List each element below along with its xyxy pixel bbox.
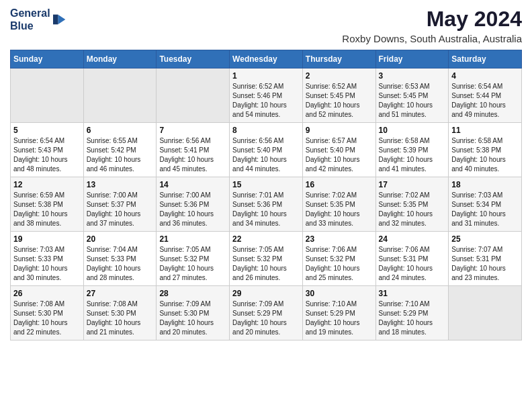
day-info: Sunrise: 7:02 AMSunset: 5:35 PMDaylight:… — [379, 191, 446, 228]
calendar-cell: 25Sunrise: 7:07 AMSunset: 5:31 PMDayligh… — [449, 232, 522, 286]
calendar-cell: 9Sunrise: 6:57 AMSunset: 5:40 PMDaylight… — [302, 123, 375, 177]
day-info: Sunrise: 7:01 AMSunset: 5:36 PMDaylight:… — [232, 191, 300, 228]
calendar-cell: 8Sunrise: 6:56 AMSunset: 5:40 PMDaylight… — [230, 123, 303, 177]
calendar-cell: 24Sunrise: 7:06 AMSunset: 5:31 PMDayligh… — [375, 232, 449, 286]
calendar-cell: 12Sunrise: 6:59 AMSunset: 5:38 PMDayligh… — [11, 177, 84, 232]
day-number: 3 — [379, 71, 446, 81]
day-number: 30 — [306, 289, 373, 298]
day-info: Sunrise: 6:53 AMSunset: 5:45 PMDaylight:… — [379, 82, 446, 120]
title-block: May 2024 Roxby Downs, South Australia, A… — [342, 7, 522, 44]
day-number: 27 — [87, 289, 154, 298]
day-number: 6 — [87, 126, 154, 135]
day-info: Sunrise: 7:00 AMSunset: 5:37 PMDaylight:… — [87, 191, 154, 228]
calendar-cell: 20Sunrise: 7:04 AMSunset: 5:33 PMDayligh… — [83, 232, 157, 286]
day-number: 20 — [87, 234, 154, 244]
day-header: Thursday — [302, 50, 375, 68]
calendar-cell: 7Sunrise: 6:56 AMSunset: 5:41 PMDaylight… — [157, 123, 230, 177]
calendar-cell: 31Sunrise: 7:10 AMSunset: 5:29 PMDayligh… — [375, 286, 449, 340]
page-header: General Blue May 2024 Roxby Downs, South… — [10, 7, 522, 44]
day-info: Sunrise: 6:56 AMSunset: 5:40 PMDaylight:… — [232, 136, 300, 174]
calendar-cell: 1Sunrise: 6:52 AMSunset: 5:46 PMDaylight… — [230, 68, 303, 123]
day-info: Sunrise: 7:07 AMSunset: 5:31 PMDaylight:… — [451, 245, 519, 283]
day-number: 1 — [232, 71, 300, 81]
calendar-cell: 10Sunrise: 6:58 AMSunset: 5:39 PMDayligh… — [375, 123, 449, 177]
day-info: Sunrise: 7:06 AMSunset: 5:31 PMDaylight:… — [379, 245, 446, 283]
day-number: 8 — [232, 126, 300, 135]
calendar-table: SundayMondayTuesdayWednesdayThursdayFrid… — [10, 50, 522, 340]
day-number: 22 — [232, 234, 300, 244]
calendar-cell: 22Sunrise: 7:05 AMSunset: 5:32 PMDayligh… — [230, 232, 303, 286]
day-info: Sunrise: 6:57 AMSunset: 5:40 PMDaylight:… — [306, 136, 373, 174]
day-number: 2 — [306, 71, 373, 81]
calendar-week: 1Sunrise: 6:52 AMSunset: 5:46 PMDaylight… — [11, 68, 522, 123]
day-number: 25 — [451, 234, 519, 244]
day-info: Sunrise: 7:10 AMSunset: 5:29 PMDaylight:… — [306, 300, 373, 337]
day-number: 28 — [159, 289, 226, 298]
day-info: Sunrise: 7:09 AMSunset: 5:29 PMDaylight:… — [232, 300, 300, 337]
day-info: Sunrise: 7:05 AMSunset: 5:32 PMDaylight:… — [159, 245, 226, 283]
calendar-week: 12Sunrise: 6:59 AMSunset: 5:38 PMDayligh… — [11, 177, 522, 232]
calendar-cell: 26Sunrise: 7:08 AMSunset: 5:30 PMDayligh… — [11, 286, 84, 340]
day-info: Sunrise: 6:54 AMSunset: 5:43 PMDaylight:… — [13, 136, 81, 174]
day-info: Sunrise: 7:00 AMSunset: 5:36 PMDaylight:… — [159, 191, 226, 228]
day-number: 29 — [232, 289, 300, 298]
calendar-cell: 27Sunrise: 7:08 AMSunset: 5:30 PMDayligh… — [83, 286, 157, 340]
day-number: 14 — [159, 180, 226, 189]
day-number: 24 — [379, 234, 446, 244]
logo: General Blue — [10, 7, 68, 32]
day-number: 26 — [13, 289, 81, 298]
day-info: Sunrise: 6:58 AMSunset: 5:38 PMDaylight:… — [451, 136, 519, 174]
calendar-cell — [83, 68, 157, 123]
day-number: 9 — [306, 126, 373, 135]
day-info: Sunrise: 7:10 AMSunset: 5:29 PMDaylight:… — [379, 300, 446, 337]
calendar-cell: 4Sunrise: 6:54 AMSunset: 5:44 PMDaylight… — [449, 68, 522, 123]
day-info: Sunrise: 6:56 AMSunset: 5:41 PMDaylight:… — [159, 136, 226, 174]
day-info: Sunrise: 6:59 AMSunset: 5:38 PMDaylight:… — [13, 191, 81, 228]
logo-line2: Blue — [10, 19, 50, 32]
day-number: 7 — [159, 126, 226, 135]
calendar-cell: 2Sunrise: 6:52 AMSunset: 5:45 PMDaylight… — [302, 68, 375, 123]
calendar-cell: 13Sunrise: 7:00 AMSunset: 5:37 PMDayligh… — [83, 177, 157, 232]
main-title: May 2024 — [342, 7, 522, 32]
day-info: Sunrise: 7:04 AMSunset: 5:33 PMDaylight:… — [87, 245, 154, 283]
logo-line1: General — [10, 7, 50, 19]
day-number: 17 — [379, 180, 446, 189]
svg-rect-1 — [53, 15, 58, 25]
day-info: Sunrise: 7:09 AMSunset: 5:30 PMDaylight:… — [159, 300, 226, 337]
day-header: Saturday — [449, 50, 522, 68]
subtitle: Roxby Downs, South Australia, Australia — [342, 33, 522, 44]
header-row: SundayMondayTuesdayWednesdayThursdayFrid… — [11, 50, 522, 68]
day-header: Wednesday — [230, 50, 303, 68]
calendar-cell: 28Sunrise: 7:09 AMSunset: 5:30 PMDayligh… — [157, 286, 230, 340]
calendar-week: 19Sunrise: 7:03 AMSunset: 5:33 PMDayligh… — [11, 232, 522, 286]
day-info: Sunrise: 7:03 AMSunset: 5:34 PMDaylight:… — [451, 191, 519, 228]
calendar-cell: 29Sunrise: 7:09 AMSunset: 5:29 PMDayligh… — [230, 286, 303, 340]
calendar-cell: 18Sunrise: 7:03 AMSunset: 5:34 PMDayligh… — [449, 177, 522, 232]
day-info: Sunrise: 6:54 AMSunset: 5:44 PMDaylight:… — [451, 82, 519, 120]
day-info: Sunrise: 7:02 AMSunset: 5:35 PMDaylight:… — [306, 191, 373, 228]
day-info: Sunrise: 6:58 AMSunset: 5:39 PMDaylight:… — [379, 136, 446, 174]
day-info: Sunrise: 7:03 AMSunset: 5:33 PMDaylight:… — [13, 245, 81, 283]
calendar-cell: 17Sunrise: 7:02 AMSunset: 5:35 PMDayligh… — [375, 177, 449, 232]
day-info: Sunrise: 7:06 AMSunset: 5:32 PMDaylight:… — [306, 245, 373, 283]
day-number: 21 — [159, 234, 226, 244]
logo-icon — [53, 12, 68, 27]
day-number: 15 — [232, 180, 300, 189]
calendar-cell: 11Sunrise: 6:58 AMSunset: 5:38 PMDayligh… — [449, 123, 522, 177]
calendar-cell: 30Sunrise: 7:10 AMSunset: 5:29 PMDayligh… — [302, 286, 375, 340]
calendar-cell: 16Sunrise: 7:02 AMSunset: 5:35 PMDayligh… — [302, 177, 375, 232]
calendar-cell: 3Sunrise: 6:53 AMSunset: 5:45 PMDaylight… — [375, 68, 449, 123]
svg-marker-0 — [58, 15, 65, 25]
day-info: Sunrise: 7:05 AMSunset: 5:32 PMDaylight:… — [232, 245, 300, 283]
day-number: 13 — [87, 180, 154, 189]
calendar-cell: 6Sunrise: 6:55 AMSunset: 5:42 PMDaylight… — [83, 123, 157, 177]
day-info: Sunrise: 7:08 AMSunset: 5:30 PMDaylight:… — [87, 300, 154, 337]
day-number: 10 — [379, 126, 446, 135]
day-header: Sunday — [11, 50, 84, 68]
calendar-cell — [449, 286, 522, 340]
day-number: 16 — [306, 180, 373, 189]
calendar-cell: 23Sunrise: 7:06 AMSunset: 5:32 PMDayligh… — [302, 232, 375, 286]
day-number: 5 — [13, 126, 81, 135]
day-header: Tuesday — [157, 50, 230, 68]
day-number: 4 — [451, 71, 519, 81]
